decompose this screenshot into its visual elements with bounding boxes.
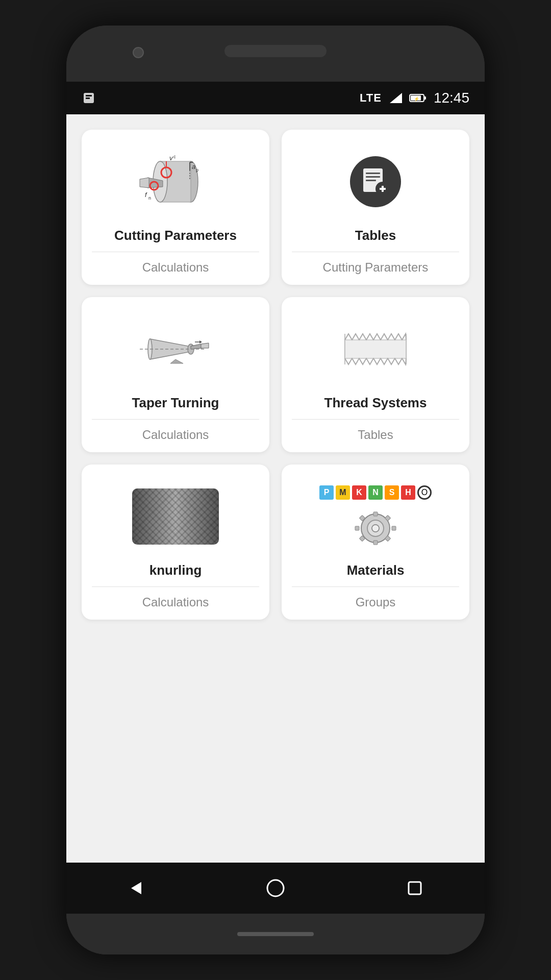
- mat-k: K: [352, 485, 366, 500]
- phone-bottom: [66, 914, 485, 954]
- taper-turning-divider: [92, 419, 259, 420]
- mat-s: S: [385, 485, 399, 500]
- phone-frame: LTE ⚡ 12:45: [66, 26, 485, 954]
- recent-apps-button[interactable]: [399, 873, 430, 903]
- knurling-title: knurling: [149, 562, 202, 578]
- svg-rect-28: [366, 180, 376, 181]
- cutting-params-title: Cutting Parameters: [114, 228, 237, 243]
- svg-rect-50: [355, 526, 359, 530]
- tables-icon-area: [292, 146, 459, 217]
- thread-systems-divider: [292, 419, 459, 420]
- card-thread-systems[interactable]: Thread Systems Tables: [282, 297, 469, 452]
- svg-text:f: f: [145, 191, 147, 199]
- tables-circle-icon: [350, 156, 401, 207]
- svg-rect-1: [86, 95, 92, 96]
- notification-icon: [82, 91, 96, 105]
- thread-systems-svg: [335, 318, 416, 380]
- grid-row-2: Taper Turning Calculations: [82, 297, 469, 452]
- mat-p: P: [319, 485, 334, 500]
- cutting-params-svg: v c a p f n: [135, 151, 216, 212]
- svg-rect-44: [345, 340, 406, 358]
- svg-rect-2: [86, 97, 90, 99]
- tables-title: Tables: [355, 228, 396, 243]
- materials-subtitle: Groups: [356, 595, 396, 609]
- svg-marker-36: [201, 343, 209, 348]
- thread-systems-title: Thread Systems: [324, 395, 427, 411]
- svg-rect-5: [424, 96, 426, 100]
- card-materials[interactable]: P M K N S H O: [282, 464, 469, 620]
- cutting-params-icon-area: v c a p f n: [92, 146, 259, 217]
- mat-n: N: [368, 485, 383, 500]
- svg-point-58: [267, 880, 284, 896]
- nav-bar: [66, 863, 485, 914]
- svg-rect-48: [373, 512, 378, 516]
- taper-turning-title: Taper Turning: [132, 395, 219, 411]
- main-screen: v c a p f n Cutting Parameters Calculati…: [66, 114, 485, 863]
- materials-gear-svg: [350, 507, 401, 548]
- knurling-icon-area: [92, 481, 259, 552]
- materials-icon-area: P M K N S H O: [292, 481, 459, 552]
- mat-o: O: [417, 485, 432, 500]
- svg-marker-40: [170, 359, 183, 363]
- svg-rect-26: [366, 173, 380, 174]
- taper-turning-subtitle: Calculations: [142, 428, 209, 442]
- svg-text:c: c: [173, 154, 176, 159]
- svg-point-56: [372, 525, 379, 532]
- camera: [133, 47, 144, 58]
- cutting-params-divider: [92, 252, 259, 252]
- svg-marker-57: [131, 882, 141, 894]
- status-right: LTE ⚡ 12:45: [360, 90, 469, 106]
- status-left: [82, 91, 96, 105]
- taper-turning-icon-area: [92, 313, 259, 385]
- svg-rect-59: [409, 882, 421, 894]
- svg-marker-39: [199, 340, 202, 344]
- tables-divider: [292, 252, 459, 252]
- tables-subtitle: Cutting Parameters: [323, 260, 429, 275]
- svg-rect-51: [392, 526, 396, 530]
- svg-rect-31: [382, 186, 384, 192]
- card-cutting-parameters[interactable]: v c a p f n Cutting Parameters Calculati…: [82, 130, 269, 285]
- knurling-image: [132, 488, 219, 545]
- materials-divider: [292, 586, 459, 587]
- tables-doc-icon: [359, 165, 392, 198]
- signal-icon: [388, 91, 403, 105]
- svg-marker-3: [390, 93, 402, 103]
- knurling-divider: [92, 586, 259, 587]
- svg-text:v: v: [169, 154, 173, 162]
- svg-rect-27: [366, 176, 380, 178]
- status-bar: LTE ⚡ 12:45: [66, 82, 485, 114]
- svg-rect-49: [373, 541, 378, 545]
- card-knurling[interactable]: knurling Calculations: [82, 464, 269, 620]
- svg-marker-12: [140, 178, 149, 188]
- speaker: [224, 45, 327, 57]
- grid-row-3: knurling Calculations P M K N S H O: [82, 464, 469, 620]
- home-button[interactable]: [260, 873, 291, 903]
- svg-text:p: p: [196, 167, 198, 173]
- lte-label: LTE: [360, 91, 382, 105]
- home-bar: [237, 932, 314, 936]
- time-display: 12:45: [434, 90, 469, 106]
- thread-systems-icon-area: [292, 313, 459, 385]
- grid-row-1: v c a p f n Cutting Parameters Calculati…: [82, 130, 469, 285]
- phone-top: [66, 26, 485, 82]
- svg-text:a: a: [192, 163, 195, 170]
- materials-title: Materials: [347, 562, 405, 578]
- card-taper-turning[interactable]: Taper Turning Calculations: [82, 297, 269, 452]
- svg-text:⚡: ⚡: [413, 96, 419, 102]
- cutting-params-subtitle: Calculations: [142, 260, 209, 275]
- mat-m: M: [336, 485, 350, 500]
- thread-systems-subtitle: Tables: [358, 428, 393, 442]
- back-button[interactable]: [121, 873, 152, 903]
- battery-icon: ⚡: [409, 91, 428, 105]
- mat-h: H: [401, 485, 415, 500]
- knurling-subtitle: Calculations: [142, 595, 209, 609]
- svg-text:n: n: [148, 195, 151, 201]
- card-tables[interactable]: Tables Cutting Parameters: [282, 130, 469, 285]
- material-labels: P M K N S H O: [319, 485, 432, 500]
- taper-turning-svg: [135, 318, 216, 380]
